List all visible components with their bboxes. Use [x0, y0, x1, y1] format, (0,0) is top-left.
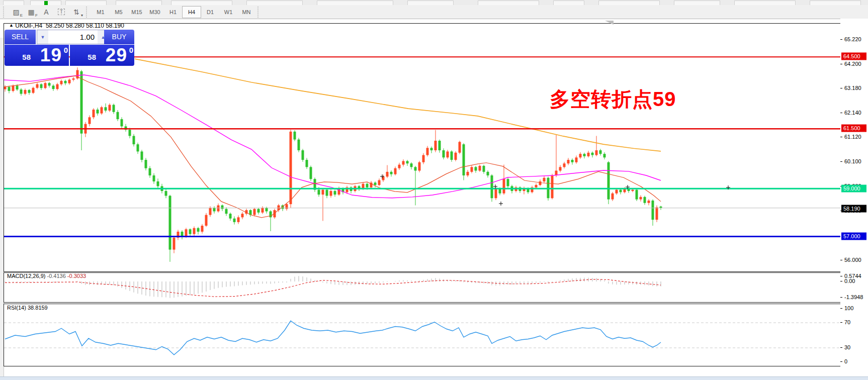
buy-price-big: 29: [106, 45, 127, 66]
rsi-chart[interactable]: [4, 304, 840, 366]
arrows-dropdown-icon[interactable]: ⇅▾: [69, 6, 84, 18]
macd-chart[interactable]: [4, 273, 840, 302]
timeframe-m5[interactable]: M5: [110, 7, 128, 18]
sell-price-prefix: 58: [22, 53, 31, 61]
axis-tick: [840, 260, 842, 260]
rsi-scale-label: 100: [844, 305, 853, 311]
sell-price-panel[interactable]: 58 19 0: [5, 45, 69, 66]
ghost-button: [65, 1, 107, 5]
rsi-panel[interactable]: [4, 304, 841, 366]
price-label: 62.140: [844, 110, 861, 116]
rsi-scale-label: 70: [844, 319, 850, 325]
price-label: 65.220: [844, 36, 861, 42]
draw-lines-e-icon[interactable]: ▨E: [9, 6, 24, 18]
window-bottom-edge: [0, 376, 868, 380]
drawing-toolbar: ▨E▦FAT⇅▾M1M5M15M30H1H4D1W1MN: [0, 5, 868, 19]
axis-tick: [840, 113, 842, 113]
rsi-indicator-label: RSI(14) 38.8159: [7, 305, 48, 311]
toolbar-grip: [3, 7, 7, 18]
price-level-badge: 59.000: [841, 185, 866, 193]
ghost-button: [598, 1, 660, 5]
buy-price-panel[interactable]: 58 29 0: [70, 45, 134, 66]
ghost-button: [3, 1, 24, 5]
ohlc-text: UKOil-,H4 58.250 58.280 58.110 58.190: [15, 22, 124, 29]
timeframe-mn[interactable]: MN: [237, 7, 255, 18]
chinese-annotation: 多空转折点59: [550, 85, 676, 113]
chart-window: 29 Jul 201931 Jul 00:002 Aug 00:005 Aug …: [0, 19, 868, 377]
toolbar-separator: [257, 7, 261, 18]
ghost-button: [553, 1, 584, 5]
ghost-button: [116, 1, 162, 5]
price-label: 64.200: [844, 61, 861, 67]
ghost-button: [810, 1, 861, 5]
timeframe-w1[interactable]: W1: [219, 7, 237, 18]
ghost-button: [734, 1, 796, 5]
ghost-button: [246, 1, 303, 5]
axis-tick: [840, 39, 842, 40]
text-label-icon[interactable]: A: [39, 6, 54, 18]
price-level-badge: 64.500: [841, 53, 866, 60]
volume-input[interactable]: 1.00: [48, 30, 98, 44]
ghost-button: [674, 1, 720, 5]
axis-tick: [840, 361, 842, 362]
price-level-badge: 57.000: [841, 233, 866, 240]
ghost-button: [317, 1, 393, 5]
volume-decrease-button[interactable]: ▼: [37, 30, 48, 44]
sell-price-big: 19: [40, 45, 62, 66]
axis-tick: [840, 64, 842, 64]
timeframe-h1[interactable]: H1: [164, 7, 182, 18]
axis-tick: [840, 347, 842, 348]
axis-tick: [840, 88, 842, 88]
ghost-button: [171, 1, 232, 5]
price-label: 56.000: [844, 257, 861, 263]
price-axis[interactable]: 65.22064.20063.18062.14061.12060.10059.0…: [840, 19, 868, 376]
timeframe-m1[interactable]: M1: [92, 7, 110, 18]
price-label: 60.100: [844, 158, 861, 164]
axis-tick: [840, 281, 842, 281]
timeframe-h4[interactable]: H4: [182, 6, 201, 18]
timeframe-d1[interactable]: D1: [201, 7, 219, 18]
trade-row: SELL ▼ 1.00 ▲ BUY: [5, 30, 134, 44]
buy-button[interactable]: BUY: [104, 30, 134, 44]
axis-tick: [840, 161, 842, 162]
macd-scale-label: 0.00: [844, 278, 855, 284]
macd-panel[interactable]: [4, 272, 841, 303]
axis-tick: [840, 137, 842, 137]
sell-button[interactable]: SELL: [5, 30, 36, 44]
price-label: 61.120: [844, 134, 861, 140]
draw-grid-f-icon[interactable]: ▦F: [24, 6, 39, 18]
axis-tick: [840, 297, 842, 298]
macd-indicator-label: MACD(12,26,9) -0.4136 -0.3033: [7, 273, 86, 279]
symbol-ohlc-info: ▲ UKOil-,H4 58.250 58.280 58.110 58.190: [9, 22, 124, 29]
axis-tick: [840, 276, 842, 276]
rsi-scale-label: 0: [844, 358, 847, 364]
macd-scale-label: -1.3948: [844, 294, 863, 300]
volume-spinner: ▼ 1.00 ▲: [37, 30, 109, 44]
buy-price-prefix: 58: [88, 53, 96, 61]
mt4-window: ▨E▦FAT⇅▾M1M5M15M30H1H4D1W1MN 29 Jul 2019…: [0, 0, 868, 380]
green-icon: [44, 1, 48, 5]
text-box-icon[interactable]: T: [54, 6, 69, 18]
toolbar-separator: [86, 7, 90, 18]
up-triangle-icon: ▲: [9, 23, 14, 28]
price-level-badge: 61.500: [841, 125, 866, 132]
chart-shift-marker-icon[interactable]: [605, 21, 614, 25]
rsi-scale-label: 30: [844, 344, 850, 350]
axis-tick: [840, 308, 842, 309]
price-level-badge: 58.190: [841, 205, 866, 213]
timeframe-m30[interactable]: M30: [146, 7, 164, 18]
one-click-trading-widget: SELL ▼ 1.00 ▲ BUY 58 19 0 58 29 0: [5, 30, 134, 66]
axis-tick: [840, 322, 842, 323]
sell-price-sup: 0: [64, 46, 68, 54]
ghost-button: [478, 1, 539, 5]
price-label: 63.180: [844, 85, 861, 91]
ghost-button: [407, 1, 454, 5]
buy-price-sup: 0: [129, 46, 133, 54]
timeframe-m15[interactable]: M15: [128, 7, 146, 18]
